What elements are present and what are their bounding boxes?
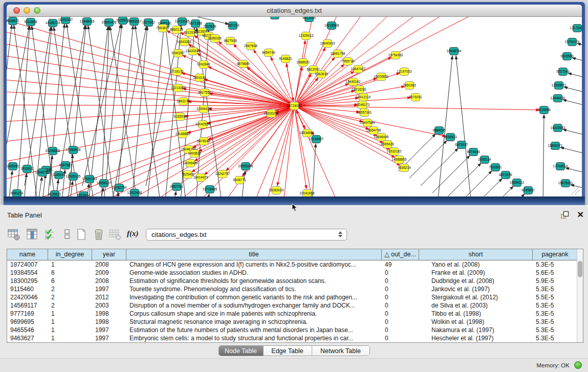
graph-node[interactable]: 12444130 (551, 95, 565, 102)
graph-node[interactable]: 15875331 (558, 180, 573, 187)
graph-node[interactable]: 11594476 (197, 105, 211, 113)
network-canvas[interactable]: 8436671931356814355724162023371244841620… (7, 17, 582, 196)
graph-node[interactable]: 8427552 (198, 89, 211, 97)
graph-node[interactable]: 19218506 (324, 22, 339, 30)
graph-node[interactable]: 15716485 (203, 186, 217, 193)
graph-node[interactable]: 16914479 (193, 174, 208, 182)
graph-node[interactable]: 16961758 (331, 50, 345, 58)
graph-node[interactable]: 8813054 (302, 17, 316, 22)
table-row[interactable]: 977716911998Corpus callosum shape and si… (7, 310, 583, 318)
delete-table-icon[interactable] (92, 228, 106, 242)
graph-node[interactable]: 9329966 (560, 53, 574, 60)
graph-node[interactable]: 20953346 (238, 163, 253, 170)
tab-node-table[interactable]: Node Table (219, 346, 264, 356)
table-row[interactable]: 1456911722003Disruption of a novel membe… (7, 301, 583, 310)
graph-node[interactable]: 16648784 (447, 48, 462, 55)
table-settings-icon[interactable] (7, 228, 21, 242)
graph-node[interactable]: 20691406 (102, 19, 117, 27)
graph-node[interactable]: 3915931 (20, 165, 34, 173)
graph-node[interactable]: 1883178 (177, 98, 190, 105)
column-header-title[interactable]: title (126, 249, 382, 260)
graph-node[interactable]: 16210643 (551, 124, 565, 132)
graph-node[interactable]: 1435051 (7, 163, 19, 170)
graph-node[interactable]: 9474444 (467, 148, 480, 156)
graph-node[interactable]: 15497584 (360, 119, 375, 127)
function-builder-icon[interactable]: f(x) (127, 229, 141, 244)
table-vertical-scrollbar[interactable] (577, 249, 583, 342)
graph-node[interactable]: 12448416 (80, 18, 95, 26)
graph-node[interactable]: 15892971 (548, 142, 563, 150)
column-header-indegree[interactable]: in_degree (48, 249, 92, 260)
graph-node[interactable]: 16202337 (58, 17, 73, 24)
show-columns-icon[interactable] (26, 228, 40, 242)
column-header-short[interactable]: short (419, 249, 533, 260)
graph-node[interactable]: 15751074 (565, 38, 580, 46)
graph-node[interactable]: 7625402 (181, 171, 194, 179)
citation-network-graph[interactable]: 8436671931356814355724162023371244841620… (7, 17, 582, 196)
float-panel-icon[interactable] (560, 211, 570, 220)
table-row[interactable]: 911546021997Tourette syndrome. Phenomeno… (7, 285, 583, 293)
graph-node[interactable]: 2935114 (478, 156, 491, 164)
table-row[interactable]: 2242004622012Investigating the contribut… (7, 293, 583, 301)
graph-node[interactable]: 3215998 (537, 106, 551, 114)
graph-node[interactable]: 10042559 (195, 121, 210, 128)
graph-node[interactable]: 9827508 (224, 37, 237, 45)
column-header-pagerank[interactable]: pagerank (533, 249, 578, 260)
graph-node[interactable]: 16209831 (374, 73, 389, 81)
column-header-outde[interactable]: △ out_de... (382, 249, 419, 260)
close-panel-icon[interactable]: ✕ (577, 210, 584, 220)
graph-node[interactable]: 2967608 (244, 42, 257, 50)
graph-node[interactable]: 1145194 (53, 171, 66, 179)
table-row[interactable]: 946554611997Estimation of the future num… (7, 326, 583, 334)
graph-node[interactable]: 8253904 (77, 192, 90, 197)
table-row[interactable]: 969969511998Structural magnetic resonanc… (7, 318, 583, 326)
graph-node[interactable]: 9390287 (171, 50, 185, 57)
graph-node[interactable]: 16958107 (97, 180, 112, 187)
table-row[interactable]: 1830029562008Estimation of significance … (7, 277, 583, 285)
memory-status-indicator[interactable] (574, 361, 582, 369)
tab-edge-table[interactable]: Edge Table (264, 346, 312, 356)
graph-node[interactable]: 12923448 (127, 189, 142, 197)
graph-node[interactable]: 12505135 (66, 173, 81, 181)
graph-node[interactable]: 1588520 (296, 59, 310, 67)
graph-node[interactable]: 10654112 (510, 179, 525, 187)
column-header-year[interactable]: year (92, 249, 126, 260)
graph-node[interactable]: 16033809 (268, 17, 282, 19)
graph-node[interactable]: 7955720 (341, 58, 355, 65)
new-table-icon[interactable] (75, 228, 89, 242)
graph-node[interactable]: 4671358 (189, 20, 202, 28)
graph-node[interactable]: 9457791 (170, 183, 183, 191)
graph-node[interactable]: 9081234 (10, 190, 24, 197)
table-row[interactable]: 1938455462009Genome-wide association stu… (7, 269, 583, 277)
graph-node[interactable]: 9313568 (24, 18, 37, 26)
graph-node[interactable]: 20206506 (46, 147, 60, 155)
graph-node[interactable]: 8595428 (381, 141, 394, 148)
graph-node[interactable]: 7632621 (489, 164, 502, 171)
graph-node[interactable]: 9245652 (521, 187, 535, 194)
graph-node[interactable]: 1527602 (142, 19, 155, 27)
graph-node[interactable]: 2718176 (170, 68, 184, 76)
graph-node[interactable]: 9146821 (279, 55, 292, 63)
graph-node[interactable]: 12172433 (570, 25, 582, 32)
graph-node[interactable]: 16557341 (357, 109, 372, 117)
column-header-name[interactable]: name (7, 249, 48, 260)
graph-node[interactable]: 7850383 (403, 82, 416, 90)
graph-node[interactable]: 9135621 (48, 191, 61, 197)
graph-node[interactable]: 8454749 (262, 49, 275, 57)
graph-node[interactable]: 12093572 (552, 82, 567, 90)
graph-node[interactable]: 18216281 (352, 86, 367, 94)
select-columns-icon[interactable] (44, 228, 58, 242)
graph-node[interactable]: 8575291 (409, 94, 422, 101)
graph-node[interactable]: 9227349 (556, 68, 570, 76)
window-titlebar[interactable]: citations_edges.txt (7, 5, 582, 17)
scrollbar-thumb[interactable] (578, 261, 582, 277)
table-row[interactable]: 1872400712008Changes of HCN gene express… (7, 260, 583, 269)
graph-node[interactable]: 1362615 (315, 71, 328, 78)
graph-node[interactable]: 22046173 (355, 101, 370, 109)
graph-node[interactable]: 12197033 (397, 68, 412, 76)
tab-network-table[interactable]: Network Table (312, 346, 369, 356)
graph-node[interactable]: 9884095 (432, 127, 446, 135)
table-row[interactable]: 946362711997Embryonic stem cells: a mode… (7, 334, 583, 342)
graph-node[interactable]: 17016514 (553, 163, 568, 170)
graph-node[interactable]: 8186328 (208, 35, 222, 42)
